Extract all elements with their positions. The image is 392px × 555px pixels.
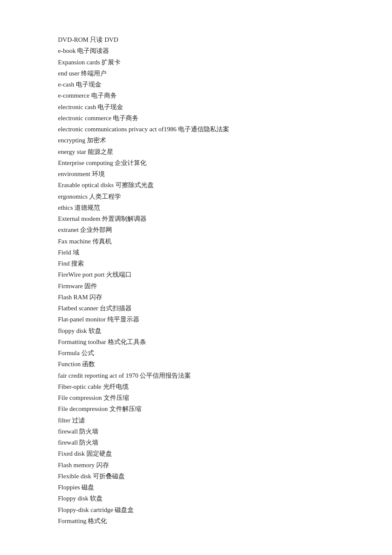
- list-item: DVD-ROM 只读 DVD: [58, 34, 334, 45]
- term-chinese: 电子现金: [76, 81, 101, 88]
- term-english: Flat-panel monitor: [58, 316, 106, 323]
- list-item: Firmware 固件: [58, 280, 334, 292]
- term-chinese: 扩展卡: [101, 59, 121, 66]
- list-item: Find 搜索: [58, 258, 334, 269]
- list-item: Flat-panel monitor 纯平显示器: [58, 314, 334, 325]
- term-chinese: 公平信用报告法案: [140, 372, 191, 379]
- term-english: Flatbed scanner: [58, 305, 98, 312]
- term-chinese: 固定硬盘: [86, 450, 112, 457]
- term-english: Fax machine: [58, 238, 91, 245]
- term-chinese: 能源之星: [88, 148, 113, 155]
- list-item: filter 过滤: [58, 415, 334, 426]
- term-chinese: 格式化工具条: [108, 338, 146, 345]
- list-item: firewall 防火墙: [58, 426, 334, 437]
- term-chinese: 传真机: [92, 238, 112, 245]
- term-english: ethics: [58, 204, 73, 211]
- term-chinese: 闪存: [89, 294, 102, 301]
- list-item: electronic commerce 电子商务: [58, 113, 334, 124]
- term-english: fair credit reporting act of 1970: [58, 372, 138, 379]
- term-chinese: 函数: [82, 361, 95, 367]
- term-english: File decompression: [58, 405, 108, 412]
- list-item: Floppies 磁盘: [58, 482, 334, 493]
- term-english: Field: [58, 249, 71, 256]
- term-chinese: 台式扫描器: [100, 305, 132, 312]
- term-chinese: 闪存: [96, 462, 109, 468]
- term-chinese: 电子通信隐私法案: [178, 126, 229, 133]
- list-item: environment 环境: [58, 168, 334, 179]
- term-chinese: 防火墙: [79, 439, 98, 446]
- list-item: Flexible disk 可折叠磁盘: [58, 471, 334, 482]
- list-item: Enterprise computing 企业计算化: [58, 157, 334, 168]
- list-item: firewall 防火墙: [58, 437, 334, 448]
- term-chinese: 只读 DVD: [90, 36, 118, 43]
- list-item: Expansion cards 扩展卡: [58, 57, 334, 68]
- term-english: encrypting: [58, 137, 85, 144]
- list-item: e-book 电子阅读器: [58, 45, 334, 56]
- term-chinese: 电子阅读器: [77, 47, 109, 54]
- term-english: Fixed disk: [58, 450, 85, 457]
- term-chinese: 企业外部网: [80, 226, 112, 233]
- term-english: Formatting toolbar: [58, 338, 106, 345]
- term-english: Floppy disk: [58, 495, 88, 502]
- term-english: Floppies: [58, 484, 80, 491]
- list-item: Floppy-disk cartridge 磁盘盒: [58, 504, 334, 515]
- list-item: Flash memory 闪存: [58, 460, 334, 471]
- term-chinese: 纯平显示器: [107, 316, 139, 323]
- term-chinese: 软盘: [89, 327, 101, 334]
- term-chinese: 搜索: [71, 260, 84, 267]
- term-chinese: 电子商务: [91, 92, 117, 99]
- term-chinese: 道德规范: [75, 204, 100, 211]
- term-chinese: 软盘: [90, 495, 103, 502]
- term-english: Function: [58, 361, 81, 367]
- term-chinese: 加密术: [87, 137, 106, 144]
- term-chinese: 火线端口: [106, 271, 132, 278]
- term-chinese: 防火墙: [79, 428, 98, 435]
- term-chinese: 公式: [81, 350, 94, 356]
- list-item: encrypting 加密术: [58, 135, 334, 146]
- term-english: File compression: [58, 394, 102, 401]
- term-chinese: 光纤电缆: [103, 383, 129, 390]
- list-item: e-cash 电子现金: [58, 79, 334, 90]
- term-english: floppy disk: [58, 327, 87, 334]
- list-item: energy star 能源之星: [58, 146, 334, 157]
- term-english: Firmware: [58, 283, 83, 289]
- list-item: ethics 道德规范: [58, 202, 334, 213]
- term-english: Formatting: [58, 517, 86, 524]
- term-english: Find: [58, 260, 70, 267]
- list-item: electronic cash 电子现金: [58, 101, 334, 113]
- term-english: Enterprise computing: [58, 159, 113, 166]
- list-item: Flatbed scanner 台式扫描器: [58, 303, 334, 314]
- term-chinese: 外置调制解调器: [102, 215, 147, 222]
- list-item: ergonomics 人类工程学: [58, 191, 334, 202]
- term-chinese: 电子商务: [113, 115, 138, 121]
- term-chinese: 电子现金: [98, 104, 123, 110]
- term-english: environment: [58, 171, 90, 177]
- term-chinese: 磁盘: [81, 484, 94, 491]
- term-chinese: 磁盘盒: [115, 506, 134, 513]
- list-item: Erasable optical disks 可擦除式光盘: [58, 179, 334, 191]
- term-chinese: 可擦除式光盘: [115, 182, 154, 188]
- term-english: extranet: [58, 226, 78, 233]
- term-english: electronic cash: [58, 104, 96, 110]
- list-item: electronic communications privacy act of…: [58, 124, 334, 135]
- list-item: Fiber-optic cable 光纤电缆: [58, 381, 334, 392]
- list-item: Formula 公式: [58, 347, 334, 358]
- term-chinese: 终端用户: [81, 70, 107, 77]
- list-item: extranet 企业外部网: [58, 224, 334, 235]
- term-english: filter: [58, 417, 70, 424]
- list-item: FireWire port port 火线端口: [58, 269, 334, 280]
- list-item: Floppy disk 软盘: [58, 493, 334, 504]
- term-chinese: 企业计算化: [115, 159, 147, 166]
- list-item: File decompression 文件解压缩: [58, 403, 334, 414]
- list-item: Fax machine 传真机: [58, 236, 334, 247]
- term-english: External modem: [58, 215, 101, 222]
- term-english: firewall: [58, 428, 78, 435]
- term-chinese: 文件压缩: [104, 394, 129, 401]
- list-item: External modem 外置调制解调器: [58, 213, 334, 224]
- term-english: Fiber-optic cable: [58, 383, 101, 390]
- glossary-list: DVD-ROM 只读 DVDe-book 电子阅读器Expansion card…: [58, 34, 334, 526]
- term-english: end user: [58, 70, 79, 77]
- list-item: Field 域: [58, 247, 334, 258]
- term-english: Flash memory: [58, 462, 95, 468]
- term-english: Erasable optical disks: [58, 182, 114, 188]
